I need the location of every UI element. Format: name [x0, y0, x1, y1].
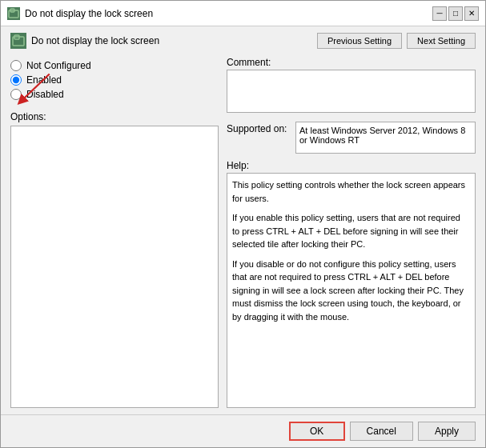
nav-buttons: Previous Setting Next Setting — [317, 33, 476, 49]
title-controls: ─ □ ✕ — [432, 6, 479, 21]
dialog-title: Do not display the lock screen — [25, 8, 153, 19]
enabled-label: Enabled — [26, 74, 62, 86]
minimize-button[interactable]: ─ — [432, 6, 447, 21]
disabled-radio-label[interactable]: Disabled — [10, 89, 219, 100]
options-section-label: Options: — [10, 111, 219, 122]
previous-setting-button[interactable]: Previous Setting — [317, 33, 402, 49]
not-configured-label: Not Configured — [26, 60, 91, 71]
help-paragraph-3: If you disable or do not configure this … — [232, 258, 470, 324]
ok-button[interactable]: OK — [289, 422, 345, 441]
not-configured-radio-label[interactable]: Not Configured — [10, 60, 219, 71]
header-row: Do not display the lock screen Previous … — [10, 33, 476, 49]
radio-group: Not Configured Enabled Disabled — [10, 57, 219, 103]
enabled-radio-label[interactable]: Enabled — [10, 74, 219, 86]
disabled-radio[interactable] — [10, 89, 22, 100]
comment-textarea[interactable] — [227, 70, 476, 113]
setting-name: Do not display the lock screen — [31, 35, 159, 46]
comment-section: Comment: — [227, 57, 476, 115]
help-box: This policy setting controls whether the… — [227, 173, 476, 408]
next-setting-button[interactable]: Next Setting — [407, 33, 476, 49]
close-button[interactable]: ✕ — [464, 6, 479, 21]
title-bar: Do not display the lock screen ─ □ ✕ — [1, 1, 485, 26]
apply-button[interactable]: Apply — [418, 422, 476, 441]
supported-value: At least Windows Server 2012, Windows 8 … — [295, 122, 476, 154]
help-paragraph-1: This policy setting controls whether the… — [232, 178, 470, 205]
dialog-icon — [7, 7, 20, 20]
options-box — [10, 126, 219, 408]
help-section: Help: This policy setting controls wheth… — [227, 160, 476, 408]
left-panel: Not Configured Enabled Disabled — [10, 57, 219, 408]
maximize-button[interactable]: □ — [448, 6, 463, 21]
help-paragraph-2: If you enable this policy setting, users… — [232, 211, 470, 251]
disabled-label: Disabled — [26, 89, 64, 100]
main-area: Not Configured Enabled Disabled — [10, 57, 476, 408]
title-left: Do not display the lock screen — [7, 7, 153, 20]
comment-label: Comment: — [227, 57, 476, 68]
right-panel: Comment: Supported on: At least Windows … — [219, 57, 476, 408]
supported-label: Supported on: — [227, 122, 291, 134]
setting-title: Do not display the lock screen — [10, 33, 159, 49]
setting-icon — [10, 33, 26, 49]
dialog-footer: OK Cancel Apply — [1, 414, 485, 447]
supported-section: Supported on: At least Windows Server 20… — [227, 122, 476, 154]
cancel-button[interactable]: Cancel — [350, 422, 413, 441]
help-label: Help: — [227, 160, 476, 171]
not-configured-radio[interactable] — [10, 60, 22, 71]
dialog-content: Do not display the lock screen Previous … — [1, 26, 485, 414]
enabled-radio[interactable] — [10, 74, 22, 86]
dialog-window: Do not display the lock screen ─ □ ✕ Do … — [0, 0, 486, 448]
